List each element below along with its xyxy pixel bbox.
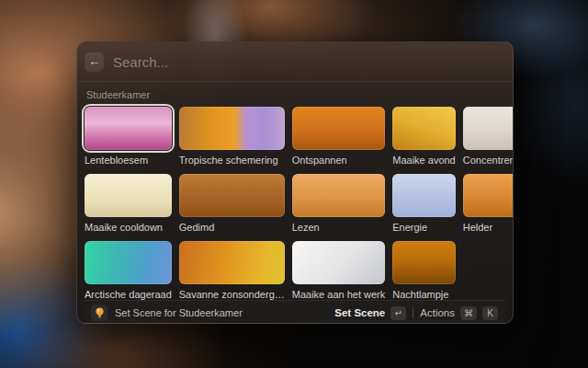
scene-arctische-dageraad[interactable]: Arctische dageraad (85, 241, 172, 300)
scene-energie[interactable]: Energie (392, 174, 456, 233)
scene-maaike-aan-het-werk[interactable]: Maaike aan het werk (292, 241, 386, 300)
scene-thumbnail (85, 241, 172, 284)
scene-nachtlampje[interactable]: Nachtlampje (392, 241, 456, 300)
footer-separator (413, 307, 413, 318)
actions-button[interactable]: Actions ⌘ K (420, 305, 498, 322)
scene-lentebloesem[interactable]: Lentebloesem (85, 107, 172, 166)
scene-thumbnail (179, 107, 285, 150)
footer-bar: Set Scene for Studeerkamer Set Scene ↵ A… (85, 300, 505, 324)
scene-label: Gedimd (179, 222, 285, 233)
scene-label: Helder (463, 222, 514, 233)
scene-thumbnail (179, 241, 285, 284)
scene-label: Concentreren (463, 155, 514, 166)
scene-label: Nachtlampje (392, 289, 456, 300)
arrow-left-icon: ← (88, 54, 100, 68)
lightbulb-icon (91, 305, 107, 321)
scene-label: Lentebloesem (85, 155, 172, 166)
search-bar: ← (77, 42, 513, 82)
scene-thumbnail (85, 174, 172, 217)
search-input[interactable] (113, 54, 502, 70)
footer-actions: Set Scene ↵ Actions ⌘ K (334, 305, 498, 322)
scene-label: Energie (392, 222, 456, 233)
scene-thumbnail (292, 174, 386, 217)
command-key-icon: ⌘ (460, 306, 477, 320)
scene-thumbnail (463, 107, 514, 150)
content-area: Studeerkamer Lentebloesem Tropische sche… (77, 82, 513, 324)
actions-label: Actions (420, 307, 455, 318)
scene-ontspannen[interactable]: Ontspannen (292, 107, 386, 166)
scene-tropische-schemering[interactable]: Tropische schemering (179, 107, 285, 166)
footer-status: Set Scene for Studeerkamer (115, 307, 243, 318)
scene-thumbnail (463, 174, 514, 217)
set-scene-button[interactable]: Set Scene ↵ (334, 305, 406, 322)
scene-concentreren[interactable]: Concentreren (463, 107, 514, 166)
scene-maaike-avond[interactable]: Maaike avond (392, 107, 456, 166)
scene-label: Maaike aan het werk (292, 289, 386, 300)
scene-label: Arctische dageraad (85, 289, 172, 300)
scene-maaike-cooldown[interactable]: Maaike cooldown (85, 174, 172, 233)
scene-helder[interactable]: Helder (463, 174, 514, 233)
section-title: Studeerkamer (86, 89, 503, 100)
scene-thumbnail (392, 174, 456, 217)
return-key-icon: ↵ (390, 306, 406, 320)
scene-thumbnail (292, 107, 386, 150)
scene-gedimd[interactable]: Gedimd (179, 174, 285, 233)
scene-grid: Lentebloesem Tropische schemering Ontspa… (85, 107, 505, 300)
scene-label: Ontspannen (292, 155, 386, 166)
k-key-icon: K (482, 306, 498, 320)
scene-lezen[interactable]: Lezen (292, 174, 386, 233)
back-button[interactable]: ← (85, 52, 104, 72)
scene-label: Tropische schemering (179, 155, 285, 166)
scene-label: Maaike avond (392, 155, 456, 166)
scene-thumbnail (392, 107, 456, 150)
scene-label: Maaike cooldown (85, 222, 172, 233)
scene-label: Lezen (292, 222, 386, 233)
scene-thumbnail (392, 241, 456, 284)
set-scene-label: Set Scene (334, 307, 385, 318)
scene-savanne-zonsonderg[interactable]: Savanne zonsonderg… (179, 241, 285, 300)
scene-thumbnail (85, 107, 172, 150)
scene-label: Savanne zonsonderg… (179, 289, 285, 300)
scene-thumbnail (292, 241, 386, 284)
raycast-window: ← Studeerkamer Lentebloesem Tropische sc… (76, 41, 514, 324)
scene-thumbnail (179, 174, 285, 217)
